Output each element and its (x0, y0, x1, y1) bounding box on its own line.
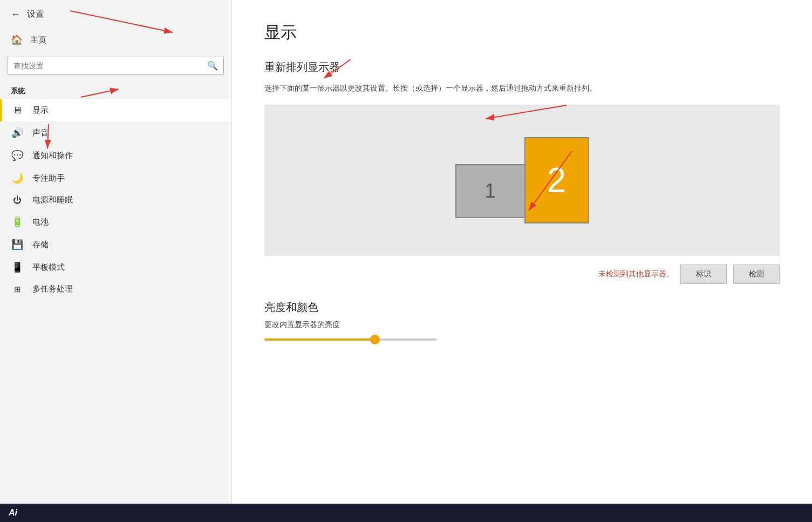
focus-label: 专注助手 (32, 173, 65, 184)
back-icon: ← (11, 9, 21, 20)
sidebar-header: ← 设置 (0, 0, 231, 29)
settings-title: 设置 (27, 9, 44, 20)
multitask-label: 多任务处理 (32, 284, 73, 294)
sidebar-item-tablet[interactable]: 📱 平板模式 (0, 256, 231, 279)
brightness-slider[interactable] (264, 338, 437, 341)
multitask-icon: ⊞ (11, 284, 24, 294)
system-section-label: 系统 (0, 80, 231, 99)
sidebar-item-battery[interactable]: 🔋 电池 (0, 211, 231, 233)
sidebar-item-display[interactable]: 🖥 显示 (0, 99, 231, 121)
monitor-2[interactable]: 2 (524, 137, 589, 223)
sidebar-item-sound[interactable]: 🔊 声音 (0, 121, 231, 144)
search-box[interactable]: 🔍 (8, 57, 224, 74)
main-content: 显示 重新排列显示器 选择下面的某一显示器以更改其设置。长按（或选择）一个显示器… (232, 0, 812, 522)
battery-label: 电池 (32, 217, 49, 227)
rearrange-description: 选择下面的某一显示器以更改其设置。长按（或选择）一个显示器，然后通过拖动方式来重… (264, 82, 780, 94)
tablet-label: 平板模式 (32, 262, 65, 273)
display-icon: 🖥 (11, 105, 24, 116)
monitor-2-label: 2 (547, 160, 567, 200)
rearrange-section-title: 重新排列显示器 (264, 60, 780, 74)
monitor-1[interactable]: 1 (455, 164, 526, 218)
sound-label: 声音 (32, 128, 49, 138)
tablet-icon: 📱 (11, 261, 24, 273)
home-label: 主页 (30, 35, 46, 45)
sound-icon: 🔊 (11, 127, 24, 139)
search-icon[interactable]: 🔍 (207, 60, 218, 71)
brightness-section: 亮度和颜色 更改内置显示器的亮度 (264, 300, 780, 341)
battery-icon: 🔋 (11, 216, 24, 228)
monitor-1-label: 1 (485, 180, 495, 202)
focus-icon: 🌙 (11, 172, 24, 184)
sidebar-item-focus[interactable]: 🌙 专注助手 (0, 167, 231, 189)
brightness-title: 亮度和颜色 (264, 300, 780, 315)
home-icon: 🏠 (11, 34, 23, 46)
sidebar: ← 设置 🏠 主页 🔍 系统 🖥 显示 🔊 声音 💬 通知和操作 🌙 专注助手 … (0, 0, 232, 522)
power-label: 电源和睡眠 (32, 195, 73, 205)
detect-row: 未检测到其他显示器。 标识 检测 (264, 265, 780, 284)
sidebar-item-notifications[interactable]: 💬 通知和操作 (0, 144, 231, 167)
home-nav-item[interactable]: 🏠 主页 (0, 29, 231, 51)
brightness-slider-container (264, 338, 780, 341)
brightness-desc: 更改内置显示器的亮度 (264, 320, 780, 330)
taskbar-ai-label: Ai (4, 507, 22, 519)
storage-icon: 💾 (11, 239, 24, 250)
detect-button[interactable]: 检测 (733, 265, 780, 284)
identify-button[interactable]: 标识 (680, 265, 727, 284)
search-input[interactable] (13, 62, 203, 70)
display-preview-area: 1 2 (264, 105, 780, 256)
sidebar-item-power[interactable]: ⏻ 电源和睡眠 (0, 189, 231, 211)
back-button[interactable]: ← (11, 9, 21, 20)
power-icon: ⏻ (11, 195, 24, 205)
page-title: 显示 (264, 22, 780, 44)
no-detect-text: 未检测到其他显示器。 (598, 269, 674, 279)
storage-label: 存储 (32, 240, 49, 250)
display-label: 显示 (32, 105, 49, 116)
sidebar-item-multitask[interactable]: ⊞ 多任务处理 (0, 279, 231, 300)
notifications-label: 通知和操作 (32, 151, 73, 161)
notifications-icon: 💬 (11, 150, 24, 161)
taskbar: Ai (0, 504, 812, 522)
sidebar-item-storage[interactable]: 💾 存储 (0, 233, 231, 256)
